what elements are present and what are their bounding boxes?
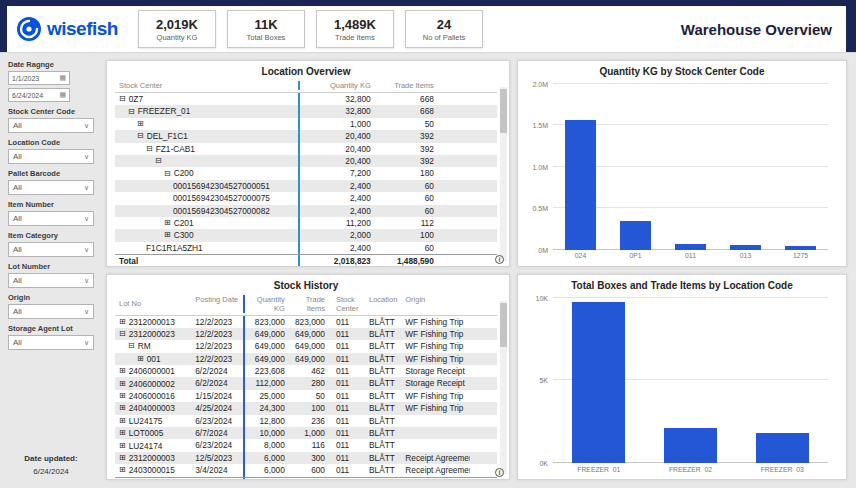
dropdown-storage-agent-lot[interactable]: All∨ — [8, 335, 94, 350]
table-row[interactable]: ⊞231200001312/2/2023823,000823,000011BLÅ… — [115, 316, 497, 328]
scrollbar[interactable] — [500, 301, 507, 475]
table-row[interactable]: ⊞24060000016/2/2024223,608462011BLÅTTSto… — [115, 365, 497, 377]
scrollbar-thumb[interactable] — [500, 89, 507, 133]
scrollbar[interactable] — [500, 87, 507, 261]
cell-origin — [405, 478, 470, 480]
expand-icon[interactable]: ⊞ — [164, 231, 171, 239]
chevron-down-icon: ∨ — [84, 215, 89, 223]
table-row[interactable]: ⊞LU241746/23/20248,000116011BLÅTT — [115, 439, 497, 451]
expand-icon[interactable]: ⊞ — [119, 417, 126, 425]
dropdown-origin[interactable]: All∨ — [8, 304, 94, 319]
row-filler — [436, 105, 497, 117]
bar-slot — [553, 298, 645, 464]
column-header-lot-no[interactable]: Lot No — [115, 295, 195, 313]
column-header-trade-items[interactable]: Trade Items — [375, 81, 436, 90]
expand-icon[interactable]: ⊞ — [119, 442, 126, 450]
table-row[interactable]: ⊞24030000153/4/20246,000600011BLÅTTRecei… — [115, 464, 497, 476]
table-row[interactable]: ⊟0Z732,800668 — [115, 93, 497, 105]
collapse-icon[interactable]: ⊟ — [155, 157, 162, 165]
dropdown-lot-number[interactable]: All∨ — [8, 273, 94, 288]
location-overview-card: Location Overview Stock CenterQuantity K… — [106, 60, 510, 267]
table-row[interactable]: ⊞LU241756/23/202412,800236011BLÅTT — [115, 415, 497, 427]
cell-lot-no: ⊞2406000016 — [115, 390, 195, 402]
table-row[interactable]: ⊞24040000034/25/202424,300100011BLÅTTWF … — [115, 402, 497, 414]
bar-0p1[interactable] — [620, 221, 652, 250]
table-row[interactable]: ⊞C3002,000100 — [115, 229, 497, 241]
dropdown-pallet-barcode[interactable]: All∨ — [8, 180, 94, 195]
expand-icon[interactable]: ⊞ — [119, 392, 126, 400]
info-icon[interactable]: i — [495, 468, 504, 477]
calendar-icon[interactable]: ▦ — [59, 74, 66, 82]
table-row[interactable]: ⊟20,400392 — [115, 155, 497, 167]
column-header-origin[interactable]: Origin — [405, 295, 470, 313]
cell-quantity-kg: 1,000 — [298, 118, 374, 130]
expand-icon[interactable]: ⊞ — [137, 120, 144, 128]
bar-013[interactable] — [730, 245, 762, 249]
table-row[interactable]: 0001569423045270000752,40060 — [115, 192, 497, 204]
collapse-icon[interactable]: ⊟ — [119, 95, 126, 103]
table-row[interactable]: ⊟231200002312/2/2023649,000649,000011BLÅ… — [115, 328, 497, 340]
column-header-stock-center[interactable]: Stock Center — [327, 295, 369, 313]
expand-icon[interactable]: ⊞ — [119, 380, 126, 388]
table-row[interactable]: ⊞24060000161/15/202425,00050011BLÅTTWF F… — [115, 390, 497, 402]
calendar-icon[interactable]: ▦ — [59, 91, 66, 99]
table-row[interactable]: ⊞C20111,200112 — [115, 217, 497, 229]
column-header-location[interactable]: Location — [369, 295, 405, 313]
kpi-card-quantity-kg: 2,019KQuantity KG — [138, 10, 216, 48]
date-input-end[interactable]: 6/24/2024▦ — [8, 88, 70, 102]
expand-icon[interactable]: ⊞ — [119, 466, 126, 474]
expand-icon[interactable]: ⊞ — [119, 404, 126, 412]
table-row[interactable]: ⊟C2007,200180 — [115, 167, 497, 179]
chevron-down-icon: ∨ — [84, 122, 89, 130]
expand-icon[interactable]: ⊞ — [137, 355, 144, 363]
table-row[interactable]: ⊞00112/2/2023649,000649,000011BLÅTTWF Fi… — [115, 353, 497, 365]
collapse-icon[interactable]: ⊟ — [128, 108, 135, 116]
expand-icon[interactable]: ⊞ — [119, 367, 126, 375]
column-header-posting-date[interactable]: Posting Date — [195, 295, 243, 313]
bar-011[interactable] — [675, 244, 707, 250]
table-row[interactable]: ⊞24060000026/2/2024112,000280011BLÅTTSto… — [115, 377, 497, 389]
table-row[interactable]: F1C1R1A5ZH12,40060 — [115, 242, 497, 254]
column-header-trade-items[interactable]: Trade Items — [289, 295, 327, 313]
info-icon[interactable]: i — [495, 255, 504, 264]
column-header-quantity-kg[interactable]: Quantity KG — [243, 295, 289, 313]
filter-origin: OriginAll∨ — [8, 293, 94, 319]
column-header-stock-center[interactable]: Stock Center — [115, 81, 298, 90]
collapse-icon[interactable]: ⊟ — [146, 145, 153, 153]
column-header-quantity-kg[interactable]: Quantity KG — [298, 81, 374, 90]
collapse-icon[interactable]: ⊟ — [164, 170, 171, 178]
date-input-start[interactable]: 1/1/2023▦ — [8, 71, 70, 85]
expand-icon[interactable]: ⊞ — [164, 219, 171, 227]
dropdown-stock-center-code[interactable]: All∨ — [8, 118, 94, 133]
dropdown-item-number[interactable]: All∨ — [8, 211, 94, 226]
cell-location: BLÅTT — [369, 365, 405, 377]
table-row[interactable]: ⊞LOT00056/7/202410,0001,000011BLÅTT — [115, 427, 497, 439]
table-row[interactable]: ⊟DEL_F1C120,400392 — [115, 130, 497, 142]
table-row[interactable]: ⊟FZ1-CAB120,400392 — [115, 143, 497, 155]
bar-024[interactable] — [565, 120, 597, 249]
dropdown-item-category[interactable]: All∨ — [8, 242, 94, 257]
collapse-icon[interactable]: ⊟ — [119, 330, 126, 338]
table-row[interactable]: ⊞231200000312/5/20236,000300011BLÅTTRece… — [115, 452, 497, 464]
expand-icon[interactable]: ⊞ — [119, 454, 126, 462]
table-row[interactable]: ⊞1,00050 — [115, 118, 497, 130]
bar-1275[interactable] — [785, 246, 817, 249]
filter-stock-center-code: Stock Center CodeAll∨ — [8, 107, 94, 133]
visual-title: Total Boxes and Trade Items by Location … — [528, 277, 836, 293]
table-row[interactable]: 0001569423045270000822,40060 — [115, 205, 497, 217]
bar-freezer-02[interactable] — [664, 428, 717, 463]
bar-freezer-03[interactable] — [756, 433, 809, 463]
table-row[interactable]: 0001569423045270000512,40060 — [115, 180, 497, 192]
cell-location: BLÅTT — [369, 377, 405, 389]
cell-posting-date: 9/18/2023 — [195, 478, 243, 480]
kpi-value: 1,489K — [334, 17, 376, 32]
expand-icon[interactable]: ⊞ — [119, 318, 126, 326]
table-row[interactable]: ⊟RM12/2/2023649,000649,000011BLÅTTWF Fis… — [115, 340, 497, 352]
collapse-icon[interactable]: ⊟ — [128, 342, 135, 350]
table-row[interactable]: ⊟FREEZER_0132,800668 — [115, 105, 497, 117]
expand-icon[interactable]: ⊞ — [119, 429, 126, 437]
dropdown-location-code[interactable]: All∨ — [8, 149, 94, 164]
bar-freezer-01[interactable] — [572, 302, 625, 463]
collapse-icon[interactable]: ⊟ — [137, 132, 144, 140]
scrollbar-thumb[interactable] — [500, 303, 507, 347]
